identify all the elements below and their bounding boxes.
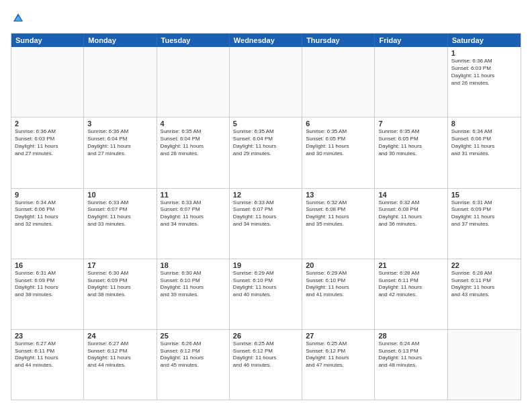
- day-info: Sunrise: 6:35 AM Sunset: 6:04 PM Dayligh…: [233, 128, 298, 157]
- calendar-cell: 2Sunrise: 6:36 AM Sunset: 6:03 PM Daylig…: [11, 118, 84, 187]
- weekday-header: Saturday: [448, 34, 521, 47]
- day-info: Sunrise: 6:33 AM Sunset: 6:07 PM Dayligh…: [233, 199, 298, 228]
- calendar-cell: [448, 330, 521, 400]
- calendar-cell: 9Sunrise: 6:34 AM Sunset: 6:06 PM Daylig…: [11, 189, 84, 259]
- day-info: Sunrise: 6:28 AM Sunset: 6:11 PM Dayligh…: [451, 270, 517, 299]
- calendar-cell: 22Sunrise: 6:28 AM Sunset: 6:11 PM Dayli…: [448, 259, 521, 329]
- day-number: 4: [161, 120, 226, 128]
- calendar-cell: 16Sunrise: 6:31 AM Sunset: 6:09 PM Dayli…: [11, 259, 84, 329]
- calendar-body: 1Sunrise: 6:36 AM Sunset: 6:03 PM Daylig…: [11, 47, 521, 400]
- day-info: Sunrise: 6:26 AM Sunset: 6:12 PM Dayligh…: [161, 340, 226, 369]
- day-info: Sunrise: 6:36 AM Sunset: 6:03 PM Dayligh…: [15, 128, 80, 157]
- calendar-cell: 21Sunrise: 6:28 AM Sunset: 6:11 PM Dayli…: [375, 259, 447, 329]
- weekday-header: Thursday: [302, 34, 375, 47]
- calendar-row: 2Sunrise: 6:36 AM Sunset: 6:03 PM Daylig…: [11, 117, 521, 187]
- day-number: 12: [233, 191, 298, 199]
- calendar-cell: 11Sunrise: 6:33 AM Sunset: 6:07 PM Dayli…: [157, 189, 230, 259]
- calendar-cell: 28Sunrise: 6:24 AM Sunset: 6:13 PM Dayli…: [375, 330, 447, 400]
- day-info: Sunrise: 6:31 AM Sunset: 6:09 PM Dayligh…: [15, 270, 80, 299]
- day-info: Sunrise: 6:30 AM Sunset: 6:09 PM Dayligh…: [87, 270, 152, 299]
- day-info: Sunrise: 6:27 AM Sunset: 6:11 PM Dayligh…: [15, 340, 80, 369]
- day-number: 15: [451, 191, 517, 199]
- calendar-cell: [302, 47, 375, 117]
- calendar-cell: [11, 47, 84, 117]
- day-number: 9: [15, 191, 80, 199]
- day-info: Sunrise: 6:34 AM Sunset: 6:06 PM Dayligh…: [15, 199, 80, 228]
- header: [11, 11, 521, 28]
- calendar-cell: 1Sunrise: 6:36 AM Sunset: 6:03 PM Daylig…: [448, 47, 521, 117]
- calendar-cell: 20Sunrise: 6:29 AM Sunset: 6:10 PM Dayli…: [302, 259, 375, 329]
- calendar-cell: [84, 47, 157, 117]
- weekday-header: Wednesday: [230, 34, 302, 47]
- calendar-cell: 6Sunrise: 6:35 AM Sunset: 6:05 PM Daylig…: [302, 118, 375, 187]
- day-number: 6: [306, 120, 371, 128]
- day-number: 28: [378, 332, 443, 340]
- day-info: Sunrise: 6:35 AM Sunset: 6:05 PM Dayligh…: [378, 128, 443, 157]
- day-number: 27: [306, 332, 371, 340]
- calendar-cell: 12Sunrise: 6:33 AM Sunset: 6:07 PM Dayli…: [230, 189, 302, 259]
- calendar-cell: 13Sunrise: 6:32 AM Sunset: 6:08 PM Dayli…: [302, 189, 375, 259]
- day-number: 1: [451, 49, 517, 57]
- weekday-header: Monday: [84, 34, 157, 47]
- day-info: Sunrise: 6:24 AM Sunset: 6:13 PM Dayligh…: [378, 340, 443, 369]
- day-number: 21: [378, 261, 443, 269]
- logo: [11, 11, 26, 28]
- calendar-row: 16Sunrise: 6:31 AM Sunset: 6:09 PM Dayli…: [11, 259, 521, 329]
- day-number: 26: [233, 332, 298, 340]
- day-info: Sunrise: 6:33 AM Sunset: 6:07 PM Dayligh…: [161, 199, 226, 228]
- calendar-cell: 3Sunrise: 6:36 AM Sunset: 6:04 PM Daylig…: [84, 118, 157, 187]
- page: SundayMondayTuesdayWednesdayThursdayFrid…: [0, 0, 532, 411]
- calendar-cell: 8Sunrise: 6:34 AM Sunset: 6:06 PM Daylig…: [448, 118, 521, 187]
- day-number: 7: [378, 120, 443, 128]
- day-info: Sunrise: 6:31 AM Sunset: 6:09 PM Dayligh…: [451, 199, 517, 228]
- day-number: 20: [306, 261, 371, 269]
- calendar-cell: 27Sunrise: 6:25 AM Sunset: 6:12 PM Dayli…: [302, 330, 375, 400]
- calendar-header: SundayMondayTuesdayWednesdayThursdayFrid…: [11, 34, 521, 47]
- day-info: Sunrise: 6:35 AM Sunset: 6:05 PM Dayligh…: [306, 128, 371, 157]
- day-number: 17: [87, 261, 152, 269]
- day-info: Sunrise: 6:25 AM Sunset: 6:12 PM Dayligh…: [306, 340, 371, 369]
- calendar-cell: 15Sunrise: 6:31 AM Sunset: 6:09 PM Dayli…: [448, 189, 521, 259]
- calendar-cell: 10Sunrise: 6:33 AM Sunset: 6:07 PM Dayli…: [84, 189, 157, 259]
- day-number: 2: [15, 120, 80, 128]
- day-number: 3: [87, 120, 152, 128]
- day-info: Sunrise: 6:27 AM Sunset: 6:12 PM Dayligh…: [87, 340, 152, 369]
- day-number: 25: [161, 332, 226, 340]
- calendar-cell: 14Sunrise: 6:32 AM Sunset: 6:08 PM Dayli…: [375, 189, 447, 259]
- day-number: 11: [161, 191, 226, 199]
- weekday-header: Friday: [375, 34, 447, 47]
- day-info: Sunrise: 6:36 AM Sunset: 6:03 PM Dayligh…: [451, 58, 517, 87]
- day-info: Sunrise: 6:29 AM Sunset: 6:10 PM Dayligh…: [233, 270, 298, 299]
- day-number: 16: [15, 261, 80, 269]
- calendar-cell: 7Sunrise: 6:35 AM Sunset: 6:05 PM Daylig…: [375, 118, 447, 187]
- day-info: Sunrise: 6:34 AM Sunset: 6:06 PM Dayligh…: [451, 128, 517, 157]
- calendar-cell: [157, 47, 230, 117]
- calendar-cell: 17Sunrise: 6:30 AM Sunset: 6:09 PM Dayli…: [84, 259, 157, 329]
- weekday-header: Sunday: [11, 34, 84, 47]
- day-number: 23: [15, 332, 80, 340]
- calendar-cell: [230, 47, 302, 117]
- day-info: Sunrise: 6:32 AM Sunset: 6:08 PM Dayligh…: [378, 199, 443, 228]
- day-info: Sunrise: 6:29 AM Sunset: 6:10 PM Dayligh…: [306, 270, 371, 299]
- calendar-row: 23Sunrise: 6:27 AM Sunset: 6:11 PM Dayli…: [11, 329, 521, 400]
- day-info: Sunrise: 6:36 AM Sunset: 6:04 PM Dayligh…: [87, 128, 152, 157]
- day-number: 19: [233, 261, 298, 269]
- calendar-cell: 19Sunrise: 6:29 AM Sunset: 6:10 PM Dayli…: [230, 259, 302, 329]
- day-number: 5: [233, 120, 298, 128]
- day-info: Sunrise: 6:32 AM Sunset: 6:08 PM Dayligh…: [306, 199, 371, 228]
- calendar-cell: [375, 47, 447, 117]
- day-number: 22: [451, 261, 517, 269]
- calendar-cell: 23Sunrise: 6:27 AM Sunset: 6:11 PM Dayli…: [11, 330, 84, 400]
- weekday-header: Tuesday: [157, 34, 230, 47]
- calendar-cell: 26Sunrise: 6:25 AM Sunset: 6:12 PM Dayli…: [230, 330, 302, 400]
- calendar-cell: 4Sunrise: 6:35 AM Sunset: 6:04 PM Daylig…: [157, 118, 230, 187]
- calendar: SundayMondayTuesdayWednesdayThursdayFrid…: [11, 33, 521, 400]
- calendar-row: 1Sunrise: 6:36 AM Sunset: 6:03 PM Daylig…: [11, 47, 521, 117]
- day-info: Sunrise: 6:35 AM Sunset: 6:04 PM Dayligh…: [161, 128, 226, 157]
- day-info: Sunrise: 6:30 AM Sunset: 6:10 PM Dayligh…: [161, 270, 226, 299]
- day-number: 13: [306, 191, 371, 199]
- logo-icon: [12, 11, 24, 28]
- calendar-cell: 18Sunrise: 6:30 AM Sunset: 6:10 PM Dayli…: [157, 259, 230, 329]
- day-info: Sunrise: 6:25 AM Sunset: 6:12 PM Dayligh…: [233, 340, 298, 369]
- day-info: Sunrise: 6:33 AM Sunset: 6:07 PM Dayligh…: [87, 199, 152, 228]
